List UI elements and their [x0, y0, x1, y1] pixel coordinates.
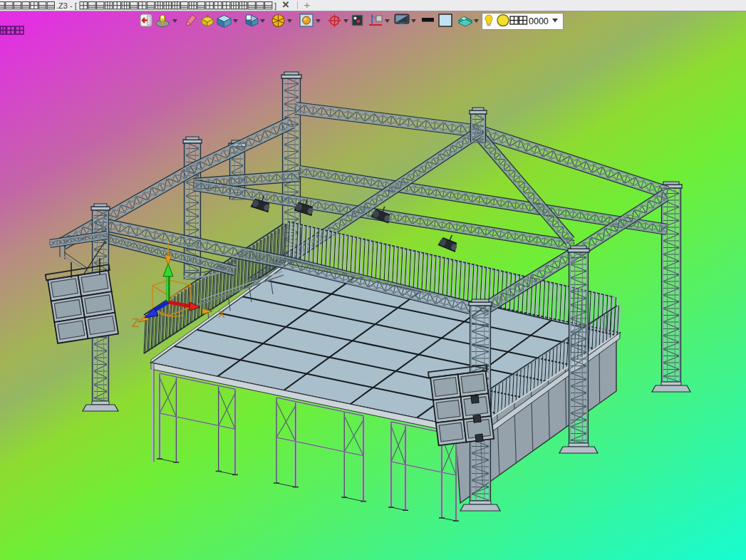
svg-text:0000: 0000	[529, 16, 549, 26]
svg-text:Z: Z	[132, 316, 139, 330]
svg-text:X: X	[218, 308, 225, 320]
